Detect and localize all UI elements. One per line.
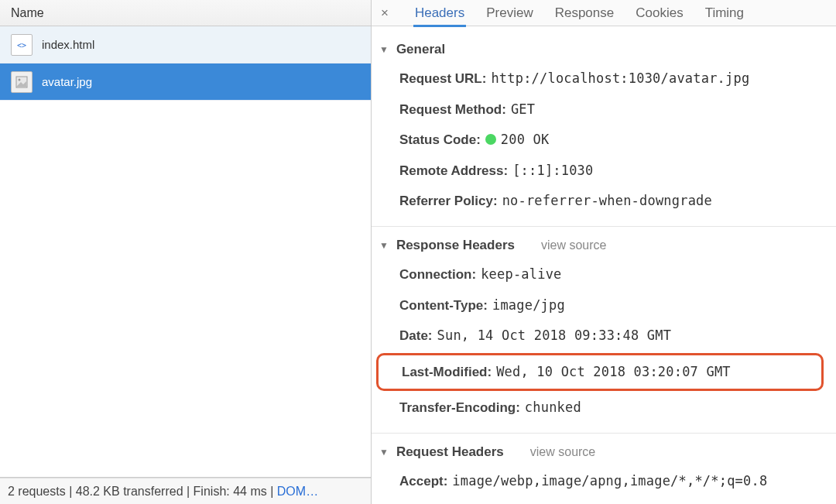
header-row: Referrer Policy:no-referrer-when-downgra… (372, 186, 836, 217)
detail-tab-bar: × HeadersPreviewResponseCookiesTiming (372, 0, 836, 26)
highlighted-header: Last-Modified:Wed, 10 Oct 2018 03:20:07 … (376, 353, 824, 392)
header-row: Request Method:GET (372, 94, 836, 125)
header-key: Connection: (399, 267, 476, 282)
header-key: Request URL: (399, 71, 486, 86)
header-key: Referrer Policy: (399, 194, 498, 208)
header-value: no-referrer-when-downgrade (502, 193, 712, 208)
header-row: Content-Type:image/jpg (372, 290, 836, 321)
header-row: Date:Sun, 14 Oct 2018 09:33:48 GMT (372, 321, 836, 351)
section-request_headers: ▼Request Headersview sourceAccept:image/… (372, 433, 836, 504)
column-header-name[interactable]: Name (0, 0, 371, 26)
header-key: Remote Address: (399, 163, 508, 178)
header-row: Accept:image/webp,image/apng,image/*,*/*… (372, 466, 836, 497)
header-row: Transfer-Encoding:chunked (372, 393, 836, 423)
file-row[interactable]: <>index.html (0, 26, 371, 63)
file-list: <>index.htmlavatar.jpg (0, 26, 371, 478)
image-file-icon (11, 71, 33, 93)
file-row[interactable]: avatar.jpg (0, 63, 371, 101)
header-key: Request Method: (399, 102, 506, 117)
file-name: index.html (42, 38, 94, 51)
section-header[interactable]: ▼General (372, 39, 836, 63)
section-title: General (396, 42, 445, 57)
file-name: avatar.jpg (42, 75, 92, 88)
status-requests: 2 requests (8, 485, 66, 498)
header-value: image/webp,image/apng,image/*,*/*;q=0.8 (452, 473, 767, 489)
section-response_headers: ▼Response Headersview sourceConnection:k… (372, 226, 836, 428)
network-request-list-panel: Name <>index.htmlavatar.jpg 2 requests |… (0, 0, 372, 504)
header-key: Status Code: (399, 132, 481, 147)
chevron-down-icon: ▼ (379, 447, 389, 458)
tab-headers[interactable]: Headers (415, 5, 464, 21)
status-finish: Finish: 44 ms (194, 485, 267, 498)
chevron-down-icon: ▼ (379, 240, 389, 251)
header-row: Request URL:http://localhost:1030/avatar… (372, 63, 836, 94)
section-title: Response Headers (396, 238, 515, 253)
status-transferred: 48.2 KB transferred (76, 485, 183, 498)
tab-timing[interactable]: Timing (705, 5, 744, 21)
section-header[interactable]: ▼Response Headersview source (372, 235, 836, 259)
status-domcontentloaded: DOM… (277, 485, 318, 498)
header-key: Transfer-Encoding: (399, 400, 520, 415)
close-icon[interactable]: × (376, 5, 393, 21)
view-source-link[interactable]: view source (530, 445, 595, 459)
header-value: [::1]:1030 (512, 163, 593, 178)
network-status-bar: 2 requests | 48.2 KB transferred | Finis… (0, 478, 371, 504)
tab-response[interactable]: Response (555, 5, 615, 21)
header-row: Status Code:200 OK (372, 125, 836, 156)
header-value: Sun, 14 Oct 2018 09:33:48 GMT (437, 327, 672, 343)
html-file-icon: <> (11, 34, 33, 56)
header-value: http://localhost:1030/avatar.jpg (491, 70, 749, 86)
header-value: image/jpg (492, 297, 565, 313)
status-ok-icon (485, 134, 496, 145)
header-key: Accept: (399, 474, 447, 489)
header-value: Wed, 10 Oct 2018 03:20:07 GMT (496, 364, 731, 379)
header-row: Last-Modified:Wed, 10 Oct 2018 03:20:07 … (402, 357, 815, 388)
svg-text:<>: <> (17, 41, 26, 50)
header-value: chunked (525, 399, 581, 415)
tab-cookies[interactable]: Cookies (636, 5, 683, 21)
header-row: Connection:keep-alive (372, 259, 836, 290)
chevron-down-icon: ▼ (379, 44, 389, 55)
section-title: Request Headers (396, 444, 504, 460)
headers-content: ▼GeneralRequest URL:http://localhost:103… (372, 26, 836, 504)
header-value: 200 OK (485, 132, 550, 147)
header-value: GET (511, 101, 535, 117)
request-detail-panel: × HeadersPreviewResponseCookiesTiming ▼G… (372, 0, 836, 504)
header-key: Date: (399, 328, 433, 343)
tab-preview[interactable]: Preview (486, 5, 533, 21)
view-source-link[interactable]: view source (541, 238, 606, 252)
section-general: ▼GeneralRequest URL:http://localhost:103… (372, 31, 836, 221)
header-value: keep-alive (481, 266, 561, 282)
header-row: Accept-Encoding:gzip, deflate, br (372, 497, 836, 504)
svg-point-2 (19, 78, 21, 81)
header-row: Remote Address:[::1]:1030 (372, 156, 836, 187)
section-header[interactable]: ▼Request Headersview source (372, 441, 836, 466)
header-key: Last-Modified: (402, 365, 492, 379)
header-key: Content-Type: (399, 298, 488, 313)
